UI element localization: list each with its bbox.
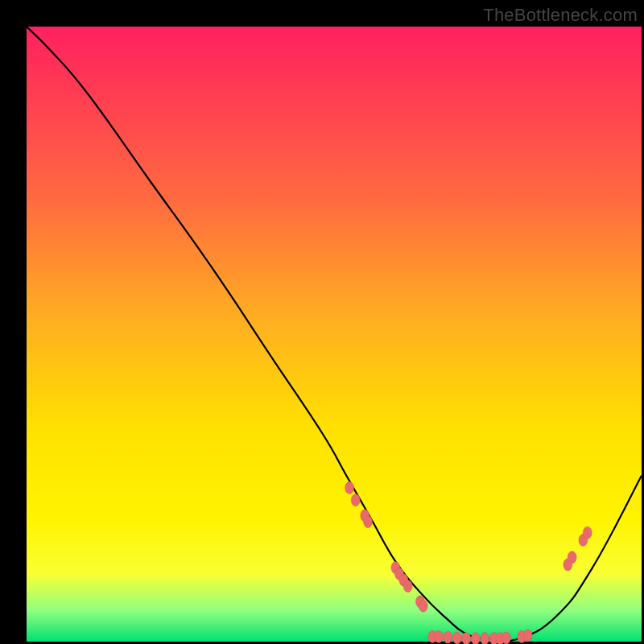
data-marker (568, 551, 576, 564)
data-marker (471, 633, 480, 644)
bottleneck-curve (27, 27, 642, 641)
data-marker (523, 630, 532, 642)
watermark-label: TheBottleneck.com (483, 5, 638, 26)
data-marker (419, 600, 427, 612)
data-marker (403, 580, 412, 592)
chart-frame: TheBottleneck.com (0, 0, 644, 644)
data-marker (444, 631, 452, 643)
plot-area (27, 27, 642, 642)
data-marker (583, 526, 592, 539)
data-marker (481, 633, 489, 644)
data-marker (351, 494, 360, 506)
data-marker (434, 630, 443, 642)
plot-svg (27, 27, 642, 642)
data-marker (364, 516, 373, 528)
data-marker (452, 632, 461, 644)
markers-group (345, 482, 592, 645)
data-marker (502, 632, 510, 644)
data-marker (345, 482, 354, 494)
data-marker (462, 633, 471, 644)
